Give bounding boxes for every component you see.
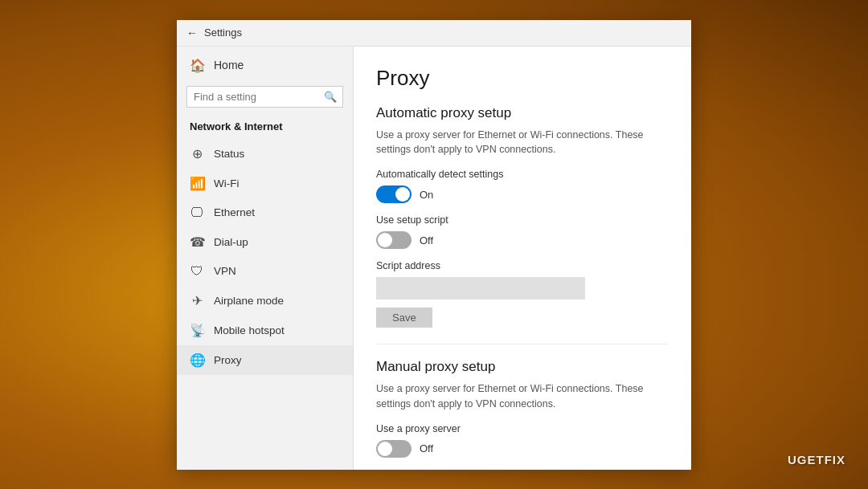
sidebar-item-wifi[interactable]: 📶 Wi-Fi xyxy=(177,169,353,198)
proxy-icon: 🌐 xyxy=(190,352,204,368)
detect-toggle-knob xyxy=(395,187,410,202)
script-label: Use setup script xyxy=(376,214,669,226)
sidebar-item-home[interactable]: 🏠 Home xyxy=(177,50,353,81)
window-title: Settings xyxy=(204,26,242,39)
proxy-toggle[interactable] xyxy=(376,440,411,458)
home-icon: 🏠 xyxy=(190,58,206,73)
status-icon: ⊕ xyxy=(190,146,204,161)
hotspot-icon: 📡 xyxy=(190,323,204,338)
wifi-icon: 📶 xyxy=(190,176,204,191)
sidebar-item-label-proxy: Proxy xyxy=(214,354,242,366)
script-address-input[interactable] xyxy=(376,277,585,300)
sidebar-item-dialup[interactable]: ☎ Dial-up xyxy=(177,227,353,257)
address-group: Address xyxy=(376,469,505,470)
page-title: Proxy xyxy=(376,66,669,91)
sidebar-section-title: Network & Internet xyxy=(177,116,353,139)
script-toggle-knob xyxy=(378,233,392,247)
back-button[interactable]: ← xyxy=(186,26,198,39)
sidebar-item-hotspot[interactable]: 📡 Mobile hotspot xyxy=(177,316,353,345)
airplane-icon: ✈ xyxy=(190,293,204,308)
search-input[interactable] xyxy=(186,86,343,108)
sidebar-item-label-status: Status xyxy=(214,148,244,160)
sidebar-item-label-ethernet: Ethernet xyxy=(214,206,255,218)
script-toggle[interactable] xyxy=(376,231,411,249)
home-label: Home xyxy=(214,59,244,71)
detect-state-label: On xyxy=(420,189,433,201)
proxy-toggle-row: Off xyxy=(376,440,669,458)
address-label: Address xyxy=(376,469,505,470)
script-address-label: Script address xyxy=(376,260,669,271)
main-content: Proxy Automatic proxy setup Use a proxy … xyxy=(354,47,691,470)
sidebar-item-ethernet[interactable]: 🖵 Ethernet xyxy=(177,198,353,227)
save-button[interactable]: Save xyxy=(376,308,432,328)
manual-section-title: Manual proxy setup xyxy=(376,359,669,375)
sidebar-item-status[interactable]: ⊕ Status xyxy=(177,139,353,169)
proxy-toggle-knob xyxy=(378,442,392,456)
settings-window: ← Settings 🏠 Home 🔍 Network & Internet ⊕… xyxy=(177,20,691,470)
auto-section-desc: Use a proxy server for Ethernet or Wi-Fi… xyxy=(376,128,669,158)
sidebar-item-label-airplane: Airplane mode xyxy=(214,295,284,307)
search-icon: 🔍 xyxy=(324,91,337,103)
port-group: Port xyxy=(516,469,572,470)
script-state-label: Off xyxy=(420,234,433,247)
sidebar-item-vpn[interactable]: 🛡 VPN xyxy=(177,257,353,286)
manual-section-desc: Use a proxy server for Ethernet or Wi-Fi… xyxy=(376,381,669,412)
sidebar-item-proxy[interactable]: 🌐 Proxy xyxy=(177,345,353,375)
ethernet-icon: 🖵 xyxy=(190,206,204,220)
watermark: UGETFIX xyxy=(788,453,845,467)
vpn-icon: 🛡 xyxy=(190,264,204,279)
auto-section-title: Automatic proxy setup xyxy=(376,105,669,121)
sidebar-item-label-hotspot: Mobile hotspot xyxy=(214,324,285,336)
detect-label: Automatically detect settings xyxy=(376,169,669,180)
detect-toggle-row: On xyxy=(376,185,669,203)
sidebar-item-label-wifi: Wi-Fi xyxy=(214,177,239,189)
sidebar: 🏠 Home 🔍 Network & Internet ⊕ Status 📶 W… xyxy=(177,47,354,470)
title-bar: ← Settings xyxy=(177,20,691,47)
addr-port-row: Address Port xyxy=(376,469,669,470)
dialup-icon: ☎ xyxy=(190,234,204,250)
sidebar-search[interactable]: 🔍 xyxy=(186,86,343,108)
proxy-state-label: Off xyxy=(420,442,433,454)
sidebar-item-label-vpn: VPN xyxy=(214,265,236,277)
sidebar-item-airplane[interactable]: ✈ Airplane mode xyxy=(177,286,353,316)
sidebar-item-label-dialup: Dial-up xyxy=(214,236,248,248)
detect-toggle[interactable] xyxy=(376,185,411,203)
port-label: Port xyxy=(516,469,572,470)
script-toggle-row: Off xyxy=(376,231,669,249)
window-body: 🏠 Home 🔍 Network & Internet ⊕ Status 📶 W… xyxy=(177,47,691,470)
section-divider xyxy=(376,344,669,344)
proxy-server-label: Use a proxy server xyxy=(376,423,669,434)
